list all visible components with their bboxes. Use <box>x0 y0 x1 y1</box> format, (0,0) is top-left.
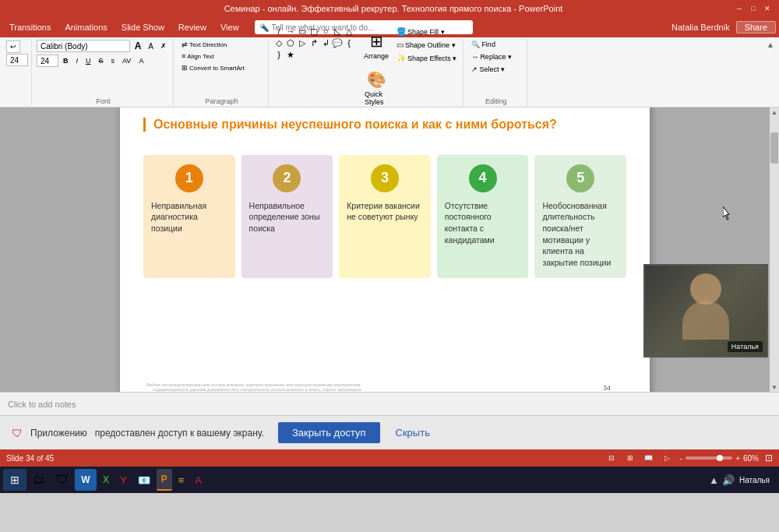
card-number-5: 5 <box>566 164 594 192</box>
start-button[interactable]: ⊞ <box>3 469 26 491</box>
main-area: Основные причины неуспешного поиска и ка… <box>0 107 779 392</box>
slideshow-btn[interactable]: ▷ <box>661 452 674 464</box>
ribbon: ↩ 24 Calibri (Body) A A ✗ 24 B I U <box>0 37 779 107</box>
font-size-box[interactable]: 24 <box>37 55 58 67</box>
taskbar-explorer[interactable]: 🗂 <box>28 469 50 491</box>
zoom-control: - + 60% <box>680 454 759 463</box>
menu-animations[interactable]: Animations <box>58 21 113 33</box>
taskbar-excel[interactable]: X <box>98 469 114 491</box>
font-name-input[interactable]: Calibri (Body) <box>37 40 130 52</box>
card-2[interactable]: 2 Неправильное определение зоны поиска <box>241 155 333 278</box>
slide-sorter-btn[interactable]: ⊞ <box>624 452 636 464</box>
strikethrough-btn[interactable]: S <box>96 55 107 66</box>
undo-btn[interactable]: ↩ <box>6 41 20 53</box>
section-label <box>6 102 28 104</box>
shape-round-rect[interactable]: ▢ <box>308 26 319 37</box>
font-color-btn[interactable]: A <box>136 55 148 66</box>
scroll-down-btn[interactable]: ▼ <box>770 382 779 392</box>
zoom-out-btn[interactable]: - <box>680 454 682 463</box>
shape-right-triangle[interactable]: ◺ <box>332 26 343 37</box>
vertical-scrollbar[interactable]: ▲ ▼ <box>770 107 779 392</box>
shape-circle[interactable]: ○ <box>320 26 331 37</box>
taskbar-security[interactable]: 🛡 <box>51 469 73 491</box>
shape-fill-btn[interactable]: 🪣 Shape Fill ▾ <box>393 26 460 37</box>
normal-view-btn[interactable]: ⊟ <box>605 452 618 464</box>
shape-pentagon[interactable]: ⬠ <box>285 37 296 48</box>
notification-icon: 🛡 <box>12 427 23 439</box>
slide-info: Slide 34 of 45 <box>6 454 54 463</box>
slide-title: Основные причины неуспешного поиска и ка… <box>143 118 626 132</box>
minimize-button[interactable]: ─ <box>734 3 745 14</box>
card-text-5: Необоснованная длительность поиска/нет м… <box>542 200 619 269</box>
arrange-btn[interactable]: ⊞ Arrange <box>362 26 390 66</box>
taskbar-word[interactable]: W <box>75 469 97 491</box>
scroll-up-btn[interactable]: ▲ <box>770 107 779 117</box>
taskbar-app-bars[interactable]: ≡ <box>174 469 189 491</box>
menu-transitions[interactable]: Transitions <box>3 21 57 33</box>
close-access-button[interactable]: Закрыть доступ <box>278 422 380 443</box>
maximize-button[interactable]: □ <box>748 3 759 14</box>
menu-slideshow[interactable]: Slide Show <box>115 21 171 33</box>
shape-effects-btn[interactable]: ✨ Shape Effects ▾ <box>393 52 460 64</box>
shape-callout[interactable]: 💬 <box>332 37 343 48</box>
quick-styles-btn[interactable]: 🎨 Quick Styles <box>362 68 390 108</box>
ribbon-collapse-btn[interactable]: ▲ <box>767 41 774 49</box>
font-grow-btn[interactable]: A <box>132 39 145 53</box>
zoom-level: 60% <box>743 454 759 463</box>
status-bar: Slide 34 of 45 ⊟ ⊞ 📖 ▷ - + 60% ⊡ <box>0 449 779 467</box>
slide-footer: Любое несанкционированное использование,… <box>143 382 361 392</box>
shape-line[interactable]: / <box>273 26 284 37</box>
shape-bend-arrow2[interactable]: ↲ <box>320 37 331 48</box>
taskbar: ⊞ 🗂 🛡 W X Y 📧 P ≡ A ▲ 🔊 Наталья <box>0 467 779 493</box>
replace-btn[interactable]: ↔ Replace ▾ <box>468 51 523 62</box>
menu-view[interactable]: View <box>214 21 245 33</box>
text-direction-btn[interactable]: ⇌ Text Direction <box>178 39 230 50</box>
fit-slide-btn[interactable]: ⊡ <box>765 453 773 463</box>
taskbar-up-arrow[interactable]: ▲ <box>709 474 719 486</box>
taskbar-time[interactable]: Наталья <box>739 476 770 484</box>
notes-bar[interactable]: Click to add notes <box>0 392 779 415</box>
bold-btn[interactable]: B <box>60 55 72 66</box>
shape-triangle[interactable]: △ <box>344 26 354 37</box>
slide[interactable]: Основные причины неуспешного поиска и ка… <box>120 107 650 392</box>
text-shadow-btn[interactable]: s <box>108 55 118 66</box>
font-size-input[interactable]: 24 <box>6 54 28 66</box>
access-text: предоставлен доступ к вашему экрану. <box>95 428 264 439</box>
font-shrink-btn[interactable]: A <box>145 39 157 53</box>
zoom-in-btn[interactable]: + <box>735 454 740 463</box>
zoom-slider[interactable] <box>686 456 732 460</box>
taskbar-powerpoint[interactable]: P <box>157 469 172 491</box>
shape-arrow-right[interactable]: ▷ <box>297 37 308 48</box>
taskbar-acrobat[interactable]: A <box>190 469 206 491</box>
underline-btn[interactable]: U <box>83 55 94 66</box>
reading-view-btn[interactable]: 📖 <box>643 452 655 464</box>
slide-page-number: 34 <box>603 384 611 392</box>
italic-btn[interactable]: I <box>73 55 82 66</box>
shape-diamond[interactable]: ◇ <box>273 37 284 48</box>
card-5[interactable]: 5 Необоснованная длительность поиска/нет… <box>534 155 626 278</box>
clear-format-btn[interactable]: ✗ <box>157 39 170 53</box>
shape-arrow[interactable]: → <box>285 26 296 37</box>
spacing-btn[interactable]: AV <box>119 55 134 66</box>
menu-review[interactable]: Review <box>172 21 213 33</box>
shape-rect[interactable]: ▭ <box>297 26 308 37</box>
shape-bracket[interactable]: } <box>273 49 284 60</box>
taskbar-volume[interactable]: 🔊 <box>722 474 735 486</box>
shape-outline-btn[interactable]: ▭ Shape Outline ▾ <box>393 39 460 51</box>
select-btn[interactable]: ↗ Select ▾ <box>468 64 523 75</box>
align-text-btn[interactable]: ≡ Align Text <box>178 51 217 62</box>
hide-button[interactable]: Скрыть <box>388 422 438 443</box>
scroll-thumb[interactable] <box>770 132 778 164</box>
share-button[interactable]: Share <box>736 21 776 33</box>
find-btn[interactable]: 🔍 Find <box>468 39 523 50</box>
card-4[interactable]: 4 Отсутствие постоянного контакта с канд… <box>437 155 529 278</box>
convert-smartart-btn[interactable]: ⊞ Convert to SmartArt <box>178 62 248 73</box>
taskbar-outlook[interactable]: 📧 <box>133 469 155 491</box>
shape-brace[interactable]: { <box>344 37 354 48</box>
shape-bend-arrow[interactable]: ↱ <box>308 37 319 48</box>
close-button[interactable]: ✕ <box>762 3 773 14</box>
card-1[interactable]: 1 Неправильная диагностика позиции <box>143 155 235 278</box>
card-3[interactable]: 3 Критерии вакансии не советуют рынку <box>339 155 431 278</box>
shape-star[interactable]: ★ <box>285 49 296 60</box>
taskbar-app-y[interactable]: Y <box>115 469 132 491</box>
